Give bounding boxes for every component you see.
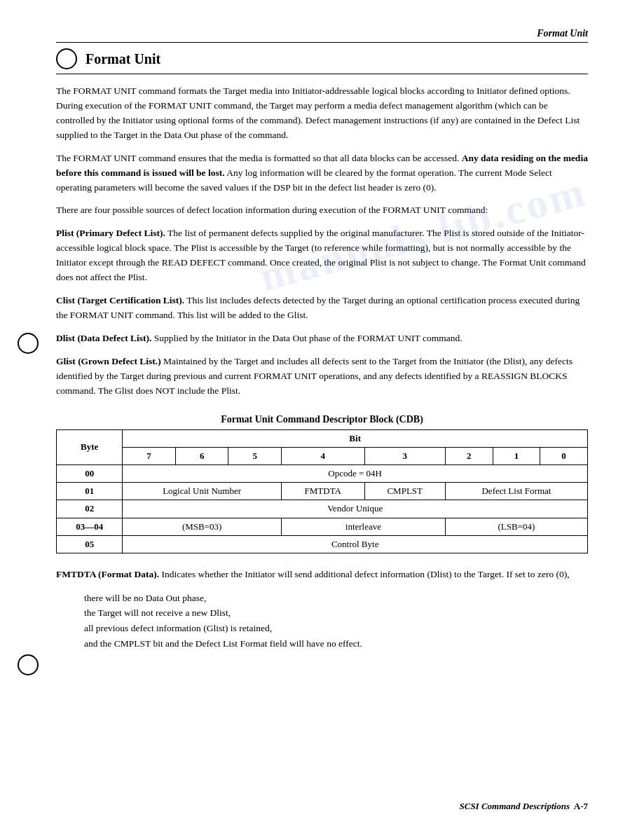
fmtdta-list: there will be no Data Out phase, the Tar… — [84, 591, 588, 651]
table-header-byte: Byte — [57, 429, 123, 464]
table-col-0: 0 — [540, 447, 588, 464]
footer-page: A-7 — [574, 801, 588, 811]
bottom-icon — [18, 654, 39, 675]
fmtdta-body: Indicates whether the Initiator will sen… — [159, 569, 570, 579]
fmtdta-para: FMTDTA (Format Data). Indicates whether … — [56, 567, 588, 582]
table-fmtdta: FMTDTA — [281, 483, 364, 500]
fmtdta-item-1: there will be no Data Out phase, — [84, 591, 588, 606]
table-byte-01: 01 — [57, 483, 123, 500]
glist-section: Glist (Grown Defect List.) Maintained by… — [56, 354, 588, 399]
table-title: Format Unit Command Descriptor Block (CD… — [56, 414, 588, 425]
plist-lead: Plist (Primary Defect List). — [56, 228, 165, 238]
table-byte-05: 05 — [57, 535, 123, 553]
table-col-1: 1 — [493, 447, 540, 464]
clist-lead: Clist (Target Certification List). — [56, 295, 184, 305]
table-col-5: 5 — [228, 447, 282, 464]
table-defect-list-format: Defect List Format — [445, 483, 587, 500]
dlist-lead: Dlist (Data Defect List). — [56, 333, 151, 343]
dlist-icon — [18, 333, 39, 354]
cdb-table: Byte Bit 7 6 5 4 3 2 1 0 00 Opc — [56, 429, 588, 553]
footer-text: SCSI Command Descriptions — [459, 801, 570, 811]
table-header-bit: Bit — [123, 429, 588, 447]
page-footer: SCSI Command Descriptions A-7 — [459, 801, 588, 812]
page-header: Format Unit — [56, 28, 588, 43]
table-row-0304: 03—04 (MSB=03) interleave (LSB=04) — [57, 518, 588, 535]
page-title-row: Format Unit — [56, 48, 588, 74]
page-title: Format Unit — [85, 51, 160, 67]
table-row-01: 01 Logical Unit Number FMTDTA CMPLST Def… — [57, 483, 588, 500]
paragraph-1: The FORMAT UNIT command formats the Targ… — [56, 84, 588, 143]
dlist-section: Dlist (Data Defect List). Supplied by th… — [56, 331, 588, 346]
table-control-byte: Control Byte — [123, 535, 588, 553]
table-row-02: 02 Vendor Unique — [57, 500, 588, 518]
fmtdta-lead: FMTDTA (Format Data). — [56, 569, 159, 579]
table-cmplst: CMPLST — [364, 483, 445, 500]
fmtdta-item-3: all previous defect information (Glist) … — [84, 621, 588, 636]
fmtdta-section: FMTDTA (Format Data). Indicates whether … — [56, 567, 588, 651]
paragraph-3: There are four possible sources of defec… — [56, 203, 588, 218]
header-title: Format Unit — [537, 28, 588, 39]
clist-section: Clist (Target Certification List). This … — [56, 294, 588, 323]
table-opcode: Opcode = 04H — [123, 464, 588, 482]
table-row-00: 00 Opcode = 04H — [57, 464, 588, 482]
table-col-4: 4 — [281, 447, 364, 464]
paragraph-2: The FORMAT UNIT command ensures that the… — [56, 151, 588, 195]
table-vendor-unique: Vendor Unique — [123, 500, 588, 518]
table-col-6: 6 — [175, 447, 228, 464]
main-content: The FORMAT UNIT command formats the Targ… — [56, 84, 588, 686]
plist-section: Plist (Primary Defect List). The list of… — [56, 226, 588, 285]
table-byte-00: 00 — [57, 464, 123, 482]
table-col-7: 7 — [123, 447, 176, 464]
table-lsb: (LSB=04) — [445, 518, 587, 535]
section-icon — [56, 48, 77, 69]
table-row-05: 05 Control Byte — [57, 535, 588, 553]
table-col-2: 2 — [445, 447, 493, 464]
fmtdta-item-4: and the CMPLST bit and the Defect List F… — [84, 636, 588, 652]
page: manuals lib.com Format Unit Format Unit … — [0, 0, 644, 833]
table-msb: (MSB=03) — [123, 518, 282, 535]
dlist-body: Supplied by the Initiator in the Data Ou… — [151, 333, 462, 343]
table-byte-0304: 03—04 — [57, 518, 123, 535]
table-interleave: interleave — [281, 518, 445, 535]
fmtdta-item-2: the Target will not receive a new Dlist, — [84, 605, 588, 621]
table-byte-02: 02 — [57, 500, 123, 518]
table-col-3: 3 — [364, 447, 445, 464]
table-lun: Logical Unit Number — [123, 483, 282, 500]
glist-lead: Glist (Grown Defect List.) — [56, 356, 161, 366]
